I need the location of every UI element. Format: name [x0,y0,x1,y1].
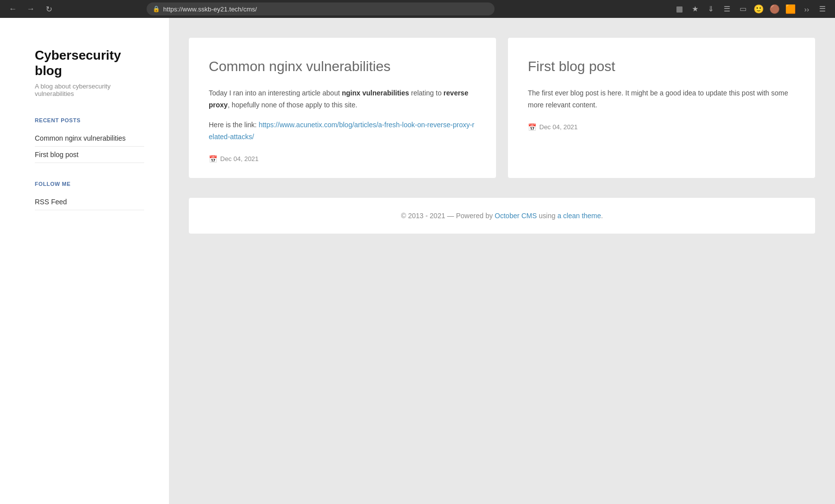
profile-icon-1[interactable]: 🙂 [752,2,765,15]
calendar-icon-nginx: 📅 [209,155,217,163]
post-title-first: First blog post [528,58,795,76]
post-link-label: Here is the link: [209,121,258,129]
footer-text-before: © 2013 - 2021 — Powered by [401,212,495,220]
post-card-first: First blog post The first ever blog post… [508,38,815,178]
sidebar: Cybersecurity blog A blog about cybersec… [0,18,169,504]
page-wrapper: Cybersecurity blog A blog about cybersec… [0,18,835,504]
profile-icon-3[interactable]: 🟧 [784,2,797,15]
more-icon[interactable]: ›› [800,2,813,15]
post-card-nginx: Common nginx vulnerabilities Today I ran… [189,38,496,178]
profile-icon-2[interactable]: 🟤 [768,2,781,15]
calendar-icon-first: 📅 [528,123,536,131]
post-date-nginx: 📅 Dec 04, 2021 [209,155,476,163]
post-date-text-nginx: Dec 04, 2021 [220,155,258,163]
sidebar-link-rss[interactable]: RSS Feed [35,194,144,210]
browser-toolbar-right: ▦ ★ ⇓ ☰ ▭ 🙂 🟤 🟧 ›› ☰ [673,2,829,15]
post-body-end: , hopefully none of those apply to this … [228,101,357,109]
browser-toolbar: ← → ↻ 🔒 https://www.sskb-ey21.tech/cms/ … [0,0,835,18]
back-button[interactable]: ← [6,2,20,16]
recent-posts-heading: RECENT POSTS [35,117,144,123]
bookmark-icon[interactable]: ★ [689,2,702,15]
post-date-text-first: Dec 04, 2021 [539,123,578,131]
post-bold1: nginx vulnerabilities [342,89,409,97]
post-title-nginx: Common nginx vulnerabilities [209,58,476,76]
follow-me-section: FOLLOW ME RSS Feed [35,181,144,210]
posts-grid: Common nginx vulnerabilities Today I ran… [189,38,815,178]
sidebar-link-first-post[interactable]: First blog post [35,147,144,163]
menu-icon[interactable]: ☰ [816,2,829,15]
lock-icon: 🔒 [153,5,160,12]
follow-me-heading: FOLLOW ME [35,181,144,187]
post-body-mid: relating to [409,89,443,97]
main-content: Common nginx vulnerabilities Today I ran… [169,18,835,504]
url-text: https://www.sskb-ey21.tech/cms/ [163,5,489,13]
site-title: Cybersecurity blog [35,48,144,79]
footer-text-mid: using [537,212,557,220]
forward-button[interactable]: → [24,2,38,16]
post-date-first: 📅 Dec 04, 2021 [528,123,795,131]
post-body-first: The first ever blog post is here. It mig… [528,87,795,111]
footer: © 2013 - 2021 — Powered by October CMS u… [189,198,815,234]
sidebar-link-nginx[interactable]: Common nginx vulnerabilities [35,130,144,147]
footer-theme-link[interactable]: a clean theme [557,212,601,220]
address-bar[interactable]: 🔒 https://www.sskb-ey21.tech/cms/ [147,2,495,15]
download-icon[interactable]: ⇓ [705,2,718,15]
library-icon[interactable]: ☰ [721,2,734,15]
footer-text-end: . [601,212,603,220]
recent-posts-section: RECENT POSTS Common nginx vulnerabilitie… [35,117,144,163]
post-body-intro: Today I ran into an interesting article … [209,89,342,97]
post-body-text-first: The first ever blog post is here. It mig… [528,87,795,111]
footer-cms-link[interactable]: October CMS [495,212,537,220]
reader-icon[interactable]: ▭ [737,2,750,15]
extensions-icon[interactable]: ▦ [673,2,686,15]
site-subtitle: A blog about cybersecurity vulnerabiliti… [35,83,144,97]
post-body-nginx: Today I ran into an interesting article … [209,87,476,143]
reload-button[interactable]: ↻ [42,2,56,16]
